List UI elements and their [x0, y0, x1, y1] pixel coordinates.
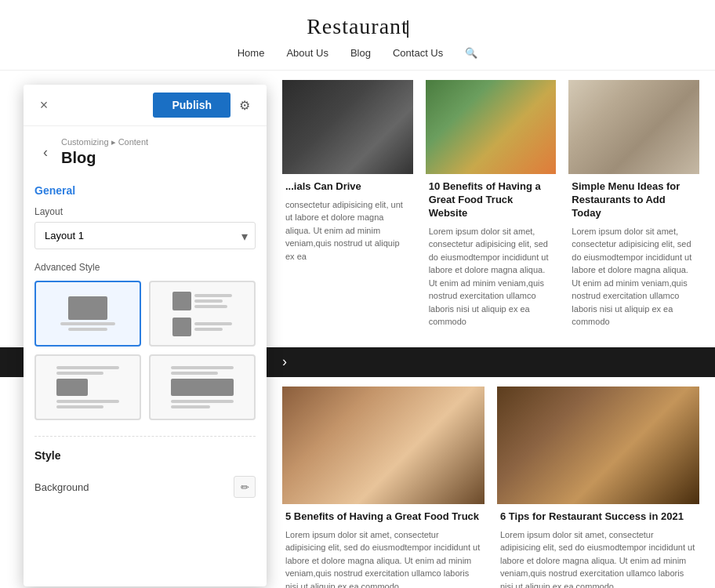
cursor-blink — [407, 20, 408, 38]
style-img-3 — [56, 379, 88, 396]
search-icon[interactable]: 🔍 — [465, 47, 477, 59]
style-lines-3 — [56, 366, 119, 408]
close-button[interactable]: × — [34, 96, 53, 114]
style-line-3d — [56, 405, 103, 408]
back-arrow-button[interactable]: ‹ — [34, 141, 56, 163]
blog-card-1-image — [282, 80, 413, 174]
style-option-4[interactable] — [149, 354, 256, 420]
style-lines-2 — [194, 294, 232, 308]
style-line-4b — [171, 372, 218, 375]
blog-card-3[interactable]: Simple Menu Ideas for Restaurants to Add… — [568, 80, 699, 335]
website-logo: Restaurant — [0, 14, 715, 39]
nav-home[interactable]: Home — [238, 47, 265, 59]
blog-card-3-title: Simple Menu Ideas for Restaurants to Add… — [572, 180, 696, 220]
general-section-title: General — [34, 184, 256, 197]
style-img-sm-2b — [172, 318, 191, 336]
style-section-title: Style — [34, 449, 256, 462]
blog-card-1-content: ...ials Can Drive consectetur adipisicin… — [282, 174, 413, 269]
section-divider — [34, 436, 256, 437]
background-label: Background — [34, 481, 89, 493]
style-line-2b — [194, 299, 223, 303]
style-img-block-1 — [68, 296, 107, 320]
blog-card-5-title: 6 Tips for Restaurant Success in 2021 — [500, 510, 696, 524]
blog-card-2-excerpt: Lorem ipsum dolor sit amet, consectetur … — [429, 225, 553, 328]
background-row: Background ✏ — [34, 471, 256, 503]
blog-card-2-content: 10 Benefits of Having a Great Food Truck… — [426, 174, 557, 335]
advanced-style-label: Advanced Style — [34, 262, 256, 273]
blog-card-5[interactable]: 6 Tips for Restaurant Success in 2021 Lo… — [497, 387, 699, 588]
style-option-2[interactable] — [149, 281, 256, 347]
blog-card-4-image — [282, 387, 485, 504]
style-line-2d — [194, 322, 232, 325]
blog-card-4-title: 5 Benefits of Having a Great Food Truck — [285, 510, 481, 524]
style-preview-1 — [53, 290, 123, 337]
blog-card-4-content: 5 Benefits of Having a Great Food Truck … — [282, 504, 485, 588]
style-line-4c — [171, 400, 234, 403]
blog-card-4-excerpt: Lorem ipsum dolor sit amet, consectetur … — [285, 528, 481, 588]
layout-select-wrapper: Layout 1 Layout 2 Layout 3 ▾ — [34, 222, 256, 249]
nav-contact[interactable]: Contact Us — [393, 47, 443, 59]
style-lines-2b — [194, 322, 232, 331]
style-row-2 — [172, 292, 232, 310]
blog-card-2-image — [426, 80, 557, 174]
style-img-sm-2 — [172, 292, 191, 310]
style-line-2c — [194, 305, 227, 308]
style-option-3[interactable] — [34, 354, 141, 420]
style-img-4 — [171, 379, 234, 396]
style-preview-4 — [167, 364, 238, 411]
style-line-3b — [56, 372, 103, 375]
blog-card-4[interactable]: 5 Benefits of Having a Great Food Truck … — [282, 387, 485, 588]
style-preview-3 — [53, 364, 123, 411]
blog-card-1-title: ...ials Can Drive — [285, 180, 410, 194]
nav-about[interactable]: About Us — [286, 47, 328, 59]
style-option-1[interactable] — [34, 281, 141, 347]
blog-card-3-excerpt: Lorem ipsum dolor sit amet, consectetur … — [572, 225, 696, 328]
blog-card-3-content: Simple Menu Ideas for Restaurants to Add… — [568, 174, 699, 335]
style-line-4d — [171, 405, 210, 408]
style-preview-2 — [167, 290, 238, 337]
style-grid — [34, 281, 256, 420]
blog-card-1-excerpt: consectetur adipisicing elit, unt ut lab… — [285, 198, 410, 263]
breadcrumb-area: ‹ Customizing ▸ Content Blog — [24, 126, 267, 170]
blog-card-2[interactable]: 10 Benefits of Having a Great Food Truck… — [426, 80, 557, 335]
customizer-panel: × Publish ⚙ ‹ Customizing ▸ Content Blog… — [24, 85, 267, 586]
blog-card-1[interactable]: ...ials Can Drive consectetur adipisicin… — [282, 80, 413, 335]
blog-grid-bottom: 5 Benefits of Having a Great Food Truck … — [282, 377, 699, 588]
customizer-topbar: × Publish ⚙ — [24, 85, 267, 126]
style-line-2e — [194, 328, 223, 331]
blog-grid-top: ...ials Can Drive consectetur adipisicin… — [282, 71, 699, 335]
style-line-4a — [171, 366, 234, 369]
website-nav: Home About Us Blog Contact Us 🔍 — [0, 47, 715, 62]
background-edit-button[interactable]: ✏ — [234, 476, 256, 498]
nav-blog[interactable]: Blog — [350, 47, 371, 59]
breadcrumb-text: Customizing ▸ Content Blog — [61, 137, 148, 167]
style-line-3a — [56, 366, 119, 369]
blog-card-2-title: 10 Benefits of Having a Great Food Truck… — [429, 180, 553, 220]
website-header: Restaurant Home About Us Blog Contact Us… — [0, 0, 715, 71]
style-row-2b — [172, 318, 232, 336]
breadcrumb-trail: Customizing ▸ Content — [61, 137, 148, 147]
blog-card-3-image — [568, 80, 699, 174]
customizer-content: General Layout Layout 1 Layout 2 Layout … — [24, 170, 267, 586]
blog-card-5-image — [497, 387, 699, 504]
breadcrumb-current: Blog — [61, 149, 148, 167]
style-line-1b — [68, 328, 107, 331]
style-line-3c — [56, 400, 119, 403]
style-row-2c — [172, 318, 232, 336]
style-line-2a — [194, 294, 232, 297]
blog-card-5-content: 6 Tips for Restaurant Success in 2021 Lo… — [497, 504, 699, 588]
banner-icon: › — [282, 354, 287, 370]
gear-button[interactable]: ⚙ — [234, 94, 256, 116]
style-line-1a — [60, 322, 115, 325]
style-content-4 — [171, 366, 234, 408]
publish-button[interactable]: Publish — [153, 93, 230, 118]
layout-label: Layout — [34, 206, 256, 217]
blog-card-5-excerpt: Lorem ipsum dolor sit amet, consectetur … — [500, 528, 696, 588]
layout-select[interactable]: Layout 1 Layout 2 Layout 3 — [34, 222, 256, 249]
